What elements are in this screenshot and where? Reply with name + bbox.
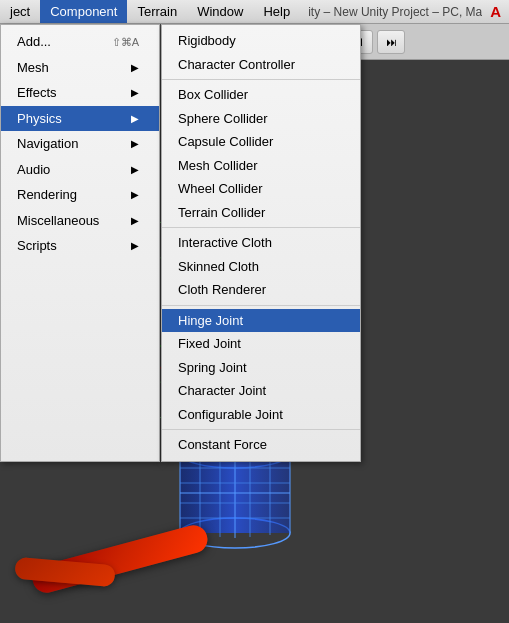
- dropdown-menus: Add... ⇧⌘A Mesh ▶ Effects ▶ Physics ▶ Na…: [0, 24, 361, 462]
- menu-item-character-controller[interactable]: Character Controller: [162, 53, 360, 77]
- menu-item-navigation[interactable]: Navigation ▶: [1, 131, 159, 157]
- menu-item-interactive-cloth[interactable]: Interactive Cloth: [162, 231, 360, 255]
- menubar: ject Component Terrain Window Help ity –…: [0, 0, 509, 24]
- menu-item-fixed-joint[interactable]: Fixed Joint: [162, 332, 360, 356]
- menu-item-add[interactable]: Add... ⇧⌘A: [1, 29, 159, 55]
- menu-item-scripts[interactable]: Scripts ▶: [1, 233, 159, 259]
- menu-item-character-joint[interactable]: Character Joint: [162, 379, 360, 403]
- menu-item-capsule-collider[interactable]: Capsule Collider: [162, 130, 360, 154]
- menu-item-sphere-collider[interactable]: Sphere Collider: [162, 107, 360, 131]
- menu-item-wheel-collider[interactable]: Wheel Collider: [162, 177, 360, 201]
- menu-item-constant-force[interactable]: Constant Force: [162, 433, 360, 457]
- menu-item-effects[interactable]: Effects ▶: [1, 80, 159, 106]
- menu-item-box-collider[interactable]: Box Collider: [162, 83, 360, 107]
- menubar-item-project[interactable]: ject: [0, 0, 40, 23]
- menu-separator-2: [162, 227, 360, 228]
- menu-item-spring-joint[interactable]: Spring Joint: [162, 356, 360, 380]
- menu-item-hinge-joint[interactable]: Hinge Joint: [162, 309, 360, 333]
- menu-item-mesh[interactable]: Mesh ▶: [1, 55, 159, 81]
- component-menu: Add... ⇧⌘A Mesh ▶ Effects ▶ Physics ▶ Na…: [0, 24, 160, 462]
- menubar-item-component[interactable]: Component: [40, 0, 127, 23]
- menu-item-rendering[interactable]: Rendering ▶: [1, 182, 159, 208]
- menu-item-physics[interactable]: Physics ▶: [1, 106, 159, 132]
- menu-separator-3: [162, 305, 360, 306]
- menu-item-cloth-renderer[interactable]: Cloth Renderer: [162, 278, 360, 302]
- physics-submenu: Rigidbody Character Controller Box Colli…: [161, 24, 361, 462]
- step-button[interactable]: ⏭: [377, 30, 405, 54]
- menu-item-rigidbody[interactable]: Rigidbody: [162, 29, 360, 53]
- adobe-icon: A: [482, 3, 509, 20]
- menu-item-configurable-joint[interactable]: Configurable Joint: [162, 403, 360, 427]
- menu-separator-1: [162, 79, 360, 80]
- menubar-item-terrain[interactable]: Terrain: [127, 0, 187, 23]
- menu-item-terrain-collider[interactable]: Terrain Collider: [162, 201, 360, 225]
- window-title: ity – New Unity Project – PC, Mac & Linu…: [300, 5, 482, 19]
- menu-item-mesh-collider[interactable]: Mesh Collider: [162, 154, 360, 178]
- menu-item-miscellaneous[interactable]: Miscellaneous ▶: [1, 208, 159, 234]
- menu-item-skinned-cloth[interactable]: Skinned Cloth: [162, 255, 360, 279]
- menu-separator-4: [162, 429, 360, 430]
- menubar-item-window[interactable]: Window: [187, 0, 253, 23]
- menubar-item-help[interactable]: Help: [253, 0, 300, 23]
- menu-item-audio[interactable]: Audio ▶: [1, 157, 159, 183]
